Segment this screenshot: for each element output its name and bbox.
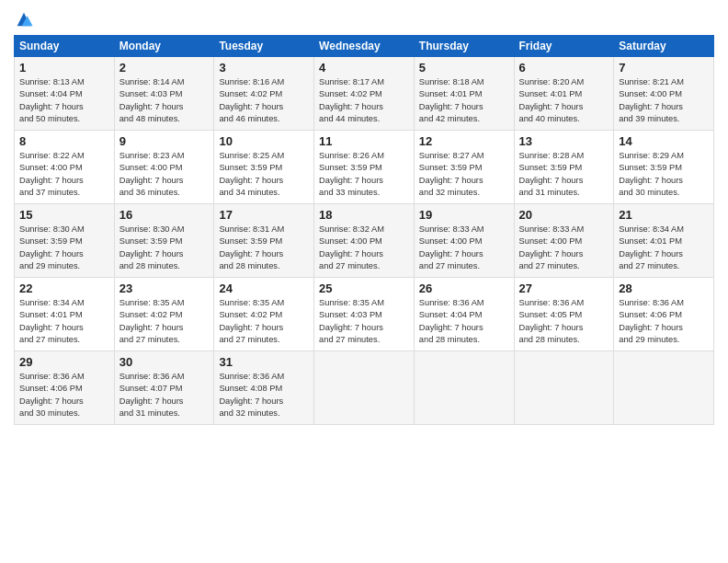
col-header-saturday: Saturday xyxy=(614,36,714,57)
day-number: 28 xyxy=(619,282,709,295)
day-number: 6 xyxy=(519,61,609,75)
col-header-thursday: Thursday xyxy=(414,36,514,57)
day-number: 26 xyxy=(419,282,509,295)
page-container: SundayMondayTuesdayWednesdayThursdayFrid… xyxy=(0,0,728,434)
day-info: Sunrise: 8:25 AMSunset: 3:59 PMDaylight:… xyxy=(219,150,309,200)
day-cell: 2Sunrise: 8:14 AMSunset: 4:03 PMDaylight… xyxy=(114,57,214,131)
day-info: Sunrise: 8:36 AMSunset: 4:06 PMDaylight:… xyxy=(19,371,109,420)
day-cell: 9Sunrise: 8:23 AMSunset: 4:00 PMDaylight… xyxy=(114,131,214,204)
day-cell: 28Sunrise: 8:36 AMSunset: 4:06 PMDayligh… xyxy=(614,278,714,351)
day-info: Sunrise: 8:35 AMSunset: 4:03 PMDaylight:… xyxy=(319,297,409,347)
day-number: 27 xyxy=(519,282,609,295)
day-cell: 3Sunrise: 8:16 AMSunset: 4:02 PMDaylight… xyxy=(214,57,314,131)
day-info: Sunrise: 8:21 AMSunset: 4:00 PMDaylight:… xyxy=(619,76,709,126)
day-number: 9 xyxy=(119,134,210,148)
day-number: 24 xyxy=(219,282,309,295)
day-info: Sunrise: 8:26 AMSunset: 3:59 PMDaylight:… xyxy=(319,150,409,200)
day-number: 29 xyxy=(19,355,109,369)
day-number: 2 xyxy=(119,61,210,75)
day-cell: 15Sunrise: 8:30 AMSunset: 3:59 PMDayligh… xyxy=(15,204,115,278)
day-number: 5 xyxy=(419,61,509,75)
day-info: Sunrise: 8:20 AMSunset: 4:01 PMDaylight:… xyxy=(519,76,609,126)
day-info: Sunrise: 8:29 AMSunset: 3:59 PMDaylight:… xyxy=(619,150,709,200)
day-number: 12 xyxy=(419,134,509,148)
day-info: Sunrise: 8:33 AMSunset: 4:00 PMDaylight:… xyxy=(519,224,609,273)
day-number: 17 xyxy=(219,208,309,222)
day-info: Sunrise: 8:36 AMSunset: 4:06 PMDaylight:… xyxy=(619,297,709,347)
day-number: 8 xyxy=(19,134,109,148)
day-info: Sunrise: 8:36 AMSunset: 4:04 PMDaylight:… xyxy=(419,297,509,347)
day-number: 18 xyxy=(319,208,409,222)
day-info: Sunrise: 8:27 AMSunset: 3:59 PMDaylight:… xyxy=(419,150,509,200)
day-cell xyxy=(514,351,614,425)
day-info: Sunrise: 8:17 AMSunset: 4:02 PMDaylight:… xyxy=(319,76,409,126)
day-cell: 26Sunrise: 8:36 AMSunset: 4:04 PMDayligh… xyxy=(414,278,514,351)
day-number: 23 xyxy=(119,282,210,295)
day-number: 30 xyxy=(119,355,210,369)
day-number: 7 xyxy=(619,61,709,75)
week-row-1: 1Sunrise: 8:13 AMSunset: 4:04 PMDaylight… xyxy=(15,57,714,131)
day-number: 14 xyxy=(619,134,709,148)
day-cell: 23Sunrise: 8:35 AMSunset: 4:02 PMDayligh… xyxy=(114,278,214,351)
day-number: 31 xyxy=(219,355,309,369)
day-cell: 18Sunrise: 8:32 AMSunset: 4:00 PMDayligh… xyxy=(314,204,415,278)
day-info: Sunrise: 8:14 AMSunset: 4:03 PMDaylight:… xyxy=(119,76,210,126)
day-cell xyxy=(614,351,714,425)
day-info: Sunrise: 8:33 AMSunset: 4:00 PMDaylight:… xyxy=(419,224,509,273)
day-cell: 5Sunrise: 8:18 AMSunset: 4:01 PMDaylight… xyxy=(414,57,514,131)
day-info: Sunrise: 8:36 AMSunset: 4:07 PMDaylight:… xyxy=(119,371,210,420)
day-number: 11 xyxy=(319,134,409,148)
day-cell: 21Sunrise: 8:34 AMSunset: 4:01 PMDayligh… xyxy=(614,204,714,278)
day-info: Sunrise: 8:34 AMSunset: 4:01 PMDaylight:… xyxy=(619,224,709,273)
col-header-monday: Monday xyxy=(114,36,214,57)
logo-icon xyxy=(14,9,34,29)
day-info: Sunrise: 8:13 AMSunset: 4:04 PMDaylight:… xyxy=(19,76,109,126)
day-number: 10 xyxy=(219,134,309,148)
day-info: Sunrise: 8:18 AMSunset: 4:01 PMDaylight:… xyxy=(419,76,509,126)
day-cell: 13Sunrise: 8:28 AMSunset: 3:59 PMDayligh… xyxy=(514,131,614,204)
day-info: Sunrise: 8:28 AMSunset: 3:59 PMDaylight:… xyxy=(519,150,609,200)
day-cell: 25Sunrise: 8:35 AMSunset: 4:03 PMDayligh… xyxy=(314,278,415,351)
day-cell: 29Sunrise: 8:36 AMSunset: 4:06 PMDayligh… xyxy=(15,351,115,425)
day-info: Sunrise: 8:35 AMSunset: 4:02 PMDaylight:… xyxy=(219,297,309,347)
day-info: Sunrise: 8:30 AMSunset: 3:59 PMDaylight:… xyxy=(19,224,109,273)
day-cell: 30Sunrise: 8:36 AMSunset: 4:07 PMDayligh… xyxy=(114,351,214,425)
day-number: 13 xyxy=(519,134,609,148)
day-cell: 20Sunrise: 8:33 AMSunset: 4:00 PMDayligh… xyxy=(514,204,614,278)
day-info: Sunrise: 8:36 AMSunset: 4:08 PMDaylight:… xyxy=(219,371,309,420)
day-number: 3 xyxy=(219,61,309,75)
day-cell: 11Sunrise: 8:26 AMSunset: 3:59 PMDayligh… xyxy=(314,131,415,204)
week-row-2: 8Sunrise: 8:22 AMSunset: 4:00 PMDaylight… xyxy=(15,131,714,204)
day-cell: 7Sunrise: 8:21 AMSunset: 4:00 PMDaylight… xyxy=(614,57,714,131)
col-header-friday: Friday xyxy=(514,36,614,57)
day-number: 16 xyxy=(119,208,210,222)
col-header-tuesday: Tuesday xyxy=(214,36,314,57)
week-row-4: 22Sunrise: 8:34 AMSunset: 4:01 PMDayligh… xyxy=(15,278,714,351)
day-cell: 16Sunrise: 8:30 AMSunset: 3:59 PMDayligh… xyxy=(114,204,214,278)
day-info: Sunrise: 8:16 AMSunset: 4:02 PMDaylight:… xyxy=(219,76,309,126)
day-cell: 27Sunrise: 8:36 AMSunset: 4:05 PMDayligh… xyxy=(514,278,614,351)
day-info: Sunrise: 8:30 AMSunset: 3:59 PMDaylight:… xyxy=(119,224,210,273)
day-number: 21 xyxy=(619,208,709,222)
logo xyxy=(14,9,38,29)
day-info: Sunrise: 8:34 AMSunset: 4:01 PMDaylight:… xyxy=(19,297,109,347)
day-info: Sunrise: 8:31 AMSunset: 3:59 PMDaylight:… xyxy=(219,224,309,273)
week-row-5: 29Sunrise: 8:36 AMSunset: 4:06 PMDayligh… xyxy=(15,351,714,425)
day-cell: 4Sunrise: 8:17 AMSunset: 4:02 PMDaylight… xyxy=(314,57,415,131)
header-row: SundayMondayTuesdayWednesdayThursdayFrid… xyxy=(15,36,714,57)
day-cell: 19Sunrise: 8:33 AMSunset: 4:00 PMDayligh… xyxy=(414,204,514,278)
day-info: Sunrise: 8:35 AMSunset: 4:02 PMDaylight:… xyxy=(119,297,210,347)
day-number: 22 xyxy=(19,282,109,295)
day-cell: 17Sunrise: 8:31 AMSunset: 3:59 PMDayligh… xyxy=(214,204,314,278)
week-row-3: 15Sunrise: 8:30 AMSunset: 3:59 PMDayligh… xyxy=(15,204,714,278)
day-number: 1 xyxy=(19,61,109,75)
day-info: Sunrise: 8:22 AMSunset: 4:00 PMDaylight:… xyxy=(19,150,109,200)
day-cell: 6Sunrise: 8:20 AMSunset: 4:01 PMDaylight… xyxy=(514,57,614,131)
day-cell: 1Sunrise: 8:13 AMSunset: 4:04 PMDaylight… xyxy=(15,57,115,131)
day-info: Sunrise: 8:32 AMSunset: 4:00 PMDaylight:… xyxy=(319,224,409,273)
day-info: Sunrise: 8:36 AMSunset: 4:05 PMDaylight:… xyxy=(519,297,609,347)
day-cell xyxy=(414,351,514,425)
day-cell: 24Sunrise: 8:35 AMSunset: 4:02 PMDayligh… xyxy=(214,278,314,351)
day-info: Sunrise: 8:23 AMSunset: 4:00 PMDaylight:… xyxy=(119,150,210,200)
day-cell: 14Sunrise: 8:29 AMSunset: 3:59 PMDayligh… xyxy=(614,131,714,204)
